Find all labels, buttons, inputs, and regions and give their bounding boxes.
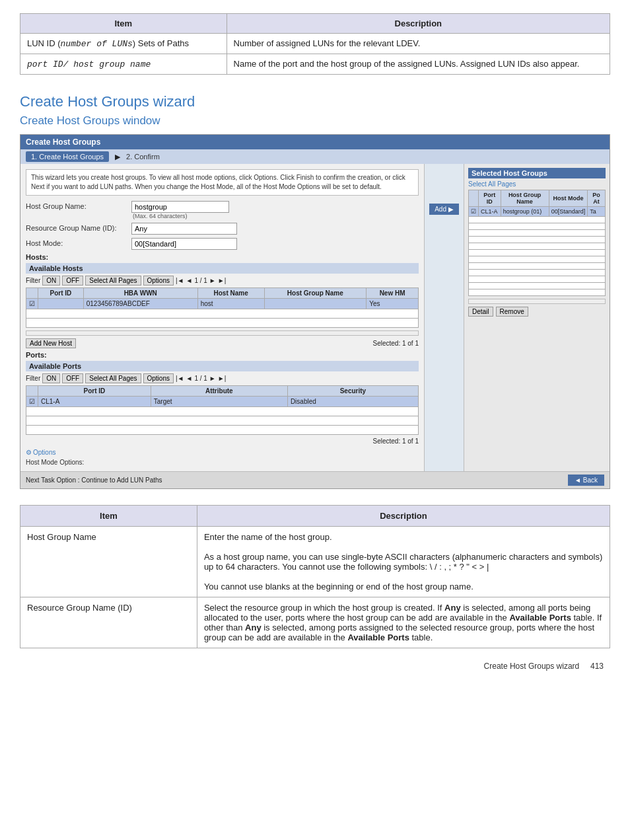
ports-select-all-pages[interactable]: Select All Pages [85,373,141,383]
table-row [469,243,606,250]
top-table: Item Description LUN ID (number of LUNs)… [20,13,610,75]
sel-row-name: hostgroup (01) [501,207,549,217]
hosts-page-nav-last[interactable]: ►| [218,277,227,284]
ports-selected-info: Selected: 1 of 1 [26,438,419,445]
table-row [469,270,606,276]
host-mode-select[interactable]: 00[Standard] [131,238,237,250]
selected-scrollbar[interactable] [468,299,606,304]
hosts-row-hostname: host [197,299,264,309]
table-row: ☑ 0123456789ABCDEF host Yes [26,299,419,309]
available-ports-toolbar: Filter ON OFF Select All Pages Options |… [26,373,419,383]
hosts-row-check[interactable]: ☑ [26,299,38,309]
resource-group-item: Resource Group Name (ID) [20,597,197,648]
gear-icon: ⚙ [26,449,32,456]
table-row [469,276,606,283]
page-footer-text: Create Host Groups wizard [484,662,580,671]
ports-row-attr: Target [151,397,287,407]
hosts-col-portid: Port ID [38,288,84,299]
ports-col-portid: Port ID [38,386,151,397]
hosts-filter-off[interactable]: OFF [62,276,83,286]
sel-col-mode: Host Mode [549,190,588,207]
table-row: Host Group Name Enter the name of the ho… [20,527,610,597]
table-row: LUN ID (number of LUNs) Sets of Paths Nu… [20,34,610,54]
hosts-row-portid [38,299,84,309]
add-new-host-button[interactable]: Add New Host [26,338,76,348]
back-button[interactable]: ◄ Back [568,475,604,486]
table-row [26,416,419,426]
hosts-row-groupname [264,299,367,309]
host-mode-row: Host Mode: 00[Standard] ▼ [26,238,419,250]
ports-col-attr: Attribute [151,386,287,397]
table-row: port ID/ host group name Name of the por… [20,54,610,75]
top-table-desc-2: Name of the port and the host group of t… [227,54,610,75]
bottom-table-item-header: Item [20,506,197,527]
next-task-option: Next Task Option : Continue to Add LUN P… [26,477,162,484]
ports-col-security: Security [287,386,418,397]
hosts-col-hostname: Host Name [197,288,264,299]
hosts-filter-on[interactable]: ON [42,276,60,286]
available-hosts-table: Port ID HBA WWN Host Name Host Group Nam… [26,287,419,328]
hosts-page-nav-prev[interactable]: |◄ [176,277,184,284]
table-row [469,289,606,296]
hosts-page-nav-fwd[interactable]: ► [209,277,216,284]
top-table-desc-1: Number of assigned LUNs for the relevant… [227,34,610,54]
add-button[interactable]: Add ▶ [429,204,459,215]
wizard-step-2[interactable]: 2. Confirm [126,153,160,161]
bottom-table: Item Description Host Group Name Enter t… [20,505,610,648]
options-link-text: Options [33,449,55,456]
hosts-scrollbar[interactable] [26,330,419,336]
remove-button[interactable]: Remove [496,307,528,317]
section-title: Create Host Groups wizard [20,93,610,110]
ports-filter-off[interactable]: OFF [62,373,83,383]
host-group-name-input[interactable] [131,201,229,213]
table-row [26,407,419,416]
wizard-titlebar: Create Host Groups [20,135,610,149]
hosts-row-newhm: Yes [367,299,419,309]
table-row: Resource Group Name (ID) Select the reso… [20,597,610,648]
detail-button[interactable]: Detail [468,307,493,317]
hosts-col-wwn: HBA WWN [83,288,197,299]
wizard-body: This wizard lets you create host groups.… [20,164,610,471]
ports-page-nav-last[interactable]: ►| [218,375,227,382]
wizard-info-text: This wizard lets you create host groups.… [26,169,419,196]
subsection-title: Create Host Groups window [20,114,610,128]
options-section: ⚙ Options Host Mode Options: [26,449,419,466]
wizard-step-1[interactable]: 1. Create Host Groups [26,151,109,162]
sel-row-portid: CL1-A [479,207,501,217]
ports-page-nav-back[interactable]: ◄ [186,375,192,382]
table-row [26,319,419,328]
table-row [469,223,606,230]
hosts-page-nav-back[interactable]: ◄ [186,277,192,284]
sel-row-check[interactable]: ☑ [469,207,479,217]
table-row [26,309,419,319]
top-table-item-header: Item [20,14,227,34]
ports-options[interactable]: Options [143,373,174,383]
host-group-name-hint: (Max. 64 characters) [133,213,229,219]
ports-col-check [26,386,38,397]
table-row [469,237,606,243]
hosts-select-all-pages[interactable]: Select All Pages [85,276,141,286]
hosts-options[interactable]: Options [143,276,174,286]
selected-select-all[interactable]: Select All Pages [468,180,606,188]
resource-group-row: Resource Group Name (ID): Any ▼ [26,223,419,235]
hosts-page-info: 1 / 1 [194,277,207,284]
options-link[interactable]: ⚙ Options [26,449,419,456]
ports-row-check[interactable]: ☑ [26,397,38,407]
table-row [469,217,606,223]
ports-page-nav-prev[interactable]: |◄ [176,375,184,382]
top-table-item-1: LUN ID (number of LUNs) Sets of Paths [20,34,227,54]
host-group-name-label: Host Group Name: [26,201,131,210]
page-number: 413 [590,662,604,671]
table-row [469,256,606,263]
bottom-table-description-header: Description [197,506,610,527]
ports-page-nav-fwd[interactable]: ► [209,375,216,382]
ports-filter-on[interactable]: ON [42,373,60,383]
wizard-footer: Next Task Option : Continue to Add LUN P… [20,471,610,488]
resource-group-select[interactable]: Any [131,223,237,235]
table-row [469,230,606,237]
hosts-section-label: Hosts: [26,253,419,261]
add-button-panel: Add ▶ [425,164,464,471]
hosts-col-groupname: Host Group Name [264,288,367,299]
table-row [26,426,419,435]
wizard-steps: 1. Create Host Groups ▶ 2. Confirm [20,149,610,164]
